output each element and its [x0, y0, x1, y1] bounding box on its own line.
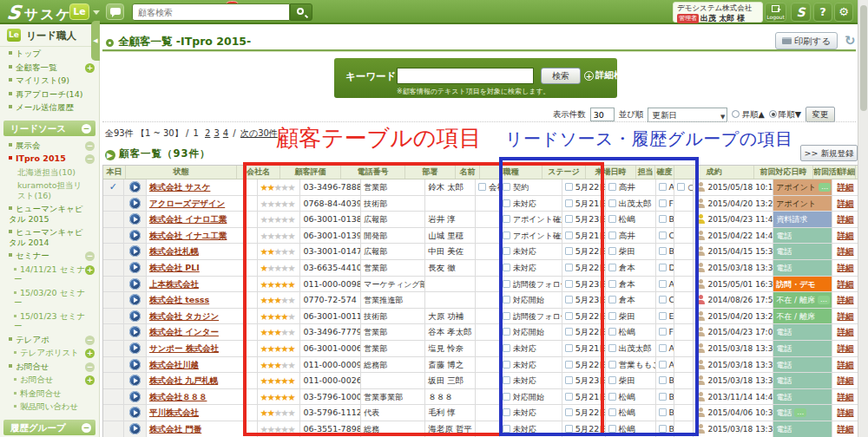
sort-select[interactable]: 更新日: [648, 108, 727, 122]
comment-dots-icon[interactable]: …: [794, 408, 806, 417]
advanced-search-button[interactable]: +詳細検索: [584, 69, 632, 82]
expand-toggle-icon[interactable]: [85, 375, 95, 385]
search-button[interactable]: [290, 3, 312, 21]
checkbox[interactable]: [565, 183, 573, 191]
column-header[interactable]: 来場日時: [586, 166, 636, 179]
checkbox[interactable]: [659, 296, 667, 303]
detail-link[interactable]: 詳細: [838, 199, 854, 208]
checkbox[interactable]: [608, 408, 616, 416]
company-link[interactable]: アクローズデザイン: [149, 199, 225, 208]
detail-link[interactable]: 詳細: [838, 246, 854, 256]
help-button[interactable]: ?: [813, 3, 832, 22]
expand-toggle-icon[interactable]: [82, 423, 91, 433]
checkbox[interactable]: [659, 232, 667, 239]
checkbox[interactable]: [659, 280, 667, 288]
keyword-search-button[interactable]: 検索: [541, 68, 581, 84]
column-header[interactable]: 本日: [103, 166, 126, 179]
asc-radio[interactable]: 昇順▲: [732, 109, 764, 121]
scrollbar[interactable]: [858, 0, 868, 437]
detail-link[interactable]: 詳細: [838, 263, 854, 272]
checkbox[interactable]: [565, 312, 573, 320]
expand-toggle-icon[interactable]: [85, 349, 95, 358]
sidebar-item[interactable]: セミナー: [0, 249, 99, 263]
column-header[interactable]: ステージ: [542, 166, 586, 179]
expand-toggle-icon[interactable]: [85, 154, 95, 164]
detail-link[interactable]: 詳細: [838, 424, 854, 434]
play-icon[interactable]: [129, 375, 141, 386]
checkbox[interactable]: [659, 328, 667, 336]
play-icon[interactable]: [129, 391, 141, 402]
keyword-input[interactable]: [397, 68, 534, 84]
column-header[interactable]: 前回活動内容: [813, 166, 839, 179]
comment-dots-icon[interactable]: …: [819, 183, 831, 192]
checkbox[interactable]: [503, 232, 510, 239]
sidebar-item[interactable]: 履歴グループ: [3, 420, 95, 435]
detail-link[interactable]: 詳細: [838, 343, 854, 353]
comment-dots-icon[interactable]: …: [818, 296, 830, 304]
checkbox[interactable]: [503, 264, 510, 271]
checkbox[interactable]: [565, 425, 573, 433]
checkbox[interactable]: [565, 199, 573, 207]
sidebar-item[interactable]: 展示会: [0, 139, 99, 153]
checkbox[interactable]: [565, 264, 573, 271]
checkbox[interactable]: [608, 393, 616, 401]
checkbox[interactable]: [659, 376, 667, 384]
sidebar-item[interactable]: kuramoto担当リスト(16): [0, 179, 99, 202]
sidebar-item[interactable]: マイリスト(9): [0, 74, 99, 88]
checkbox[interactable]: [608, 376, 616, 384]
sidebar-item[interactable]: 北海道担当(10): [0, 166, 99, 179]
checkbox[interactable]: [503, 425, 510, 433]
play-icon[interactable]: [129, 359, 141, 370]
expand-toggle-icon[interactable]: [82, 124, 91, 134]
settings-button[interactable]: ⚙: [834, 3, 853, 22]
sidebar-item[interactable]: テレアポリスト: [0, 346, 99, 360]
sidebar-item[interactable]: 14/11/21 セミナー: [0, 263, 99, 286]
checkbox[interactable]: [565, 344, 573, 352]
checkbox[interactable]: [659, 247, 667, 255]
column-header[interactable]: 電話番号: [341, 166, 405, 179]
apply-button[interactable]: 変更: [806, 107, 835, 122]
checkbox[interactable]: [659, 393, 667, 401]
sidebar-item[interactable]: トップ: [0, 47, 99, 61]
checkbox[interactable]: [608, 328, 616, 336]
checkbox[interactable]: [565, 408, 573, 416]
checkbox[interactable]: [503, 312, 510, 320]
play-icon[interactable]: [129, 213, 141, 225]
checkbox[interactable]: [608, 361, 616, 369]
expand-toggle-icon[interactable]: [85, 141, 95, 151]
sidebar-item[interactable]: 15/03/20 セミナー: [0, 286, 99, 310]
checkbox[interactable]: [608, 296, 616, 303]
detail-link[interactable]: 詳細: [838, 327, 854, 336]
checkbox[interactable]: [565, 376, 573, 384]
customer-search-input[interactable]: [132, 3, 290, 21]
page-link[interactable]: 2: [205, 128, 210, 138]
detail-link[interactable]: 詳細: [838, 231, 854, 240]
detail-link[interactable]: 詳細: [838, 375, 854, 385]
detail-link[interactable]: 詳細: [838, 214, 854, 224]
app-logo[interactable]: Sサスケ: [7, 2, 72, 24]
checkbox[interactable]: [503, 215, 510, 223]
company-link[interactable]: 平川株式会社: [149, 408, 199, 417]
sidebar-collapse-tab[interactable]: ◀: [91, 21, 100, 61]
checkbox[interactable]: [503, 183, 510, 191]
checkbox[interactable]: [503, 408, 510, 416]
column-header[interactable]: 部署: [405, 166, 456, 179]
column-header[interactable]: 名前: [456, 166, 480, 179]
detail-link[interactable]: 詳細: [838, 295, 854, 304]
sidebar-item[interactable]: 15/01/23 セミナー: [0, 310, 99, 333]
sidebar-item[interactable]: 料金問合せ: [0, 387, 99, 401]
detail-link[interactable]: 詳細: [838, 279, 854, 289]
company-link[interactable]: 株式会社 タカジン: [149, 311, 219, 321]
checkbox[interactable]: [503, 199, 510, 207]
checkbox[interactable]: [608, 199, 616, 207]
company-link[interactable]: 株式会社 tesss: [149, 295, 209, 304]
column-header[interactable]: 顧客評価: [280, 166, 341, 179]
page-link[interactable]: 3: [214, 128, 219, 138]
company-link[interactable]: 株式会社 インター: [149, 327, 219, 336]
play-icon[interactable]: [129, 181, 141, 192]
checkbox[interactable]: [659, 199, 667, 207]
notifications-button[interactable]: 15: [106, 3, 124, 20]
play-icon[interactable]: [129, 423, 141, 434]
detail-link[interactable]: 詳細: [838, 311, 854, 321]
expand-toggle-icon[interactable]: [85, 336, 95, 345]
